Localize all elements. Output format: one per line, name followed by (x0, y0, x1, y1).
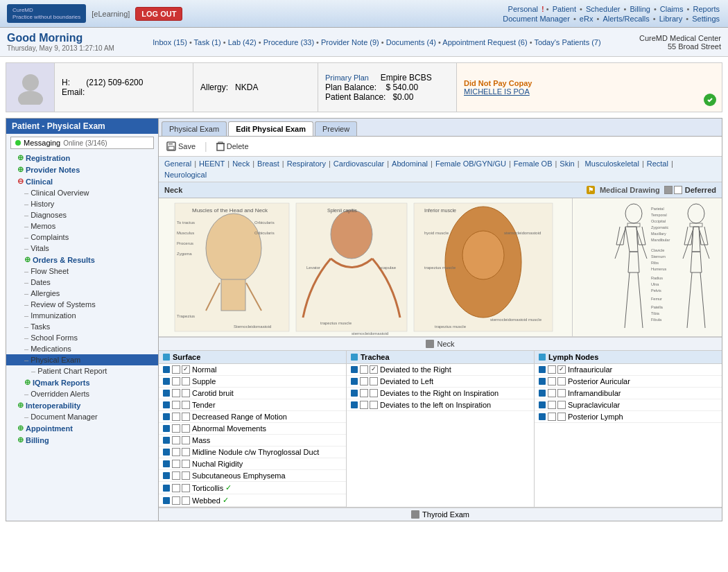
exam-nav-neurological[interactable]: Neurological (164, 171, 207, 179)
surface-carotid-cb2[interactable] (182, 389, 190, 397)
delete-button[interactable]: Delete (213, 139, 252, 153)
nav-patient[interactable]: Patient (553, 5, 576, 13)
surface-torticollis-cb1[interactable] (172, 484, 180, 492)
surface-supple-icon[interactable] (163, 378, 170, 385)
deferred-cb2[interactable] (674, 186, 682, 194)
lymph-supraclavicular-icon[interactable] (539, 401, 546, 408)
surface-nuchal-icon[interactable] (163, 460, 170, 467)
surface-decreased-cb2[interactable] (182, 413, 190, 421)
lymph-posterior-lymph-cb1[interactable] (548, 413, 556, 421)
exam-nav-neck[interactable]: Neck (232, 159, 250, 168)
lymph-inframandibular-cb2[interactable] (557, 389, 566, 397)
nav-alerts[interactable]: Alerts/Recalls (603, 15, 649, 23)
logout-button[interactable]: LOG OUT (135, 7, 182, 21)
sidebar-item-dates[interactable]: –Dates (6, 277, 158, 288)
lymph-infraauricular-cb2[interactable] (557, 365, 566, 374)
documents-link[interactable]: Documents (4) (386, 38, 436, 46)
trachea-left-cb1[interactable] (360, 377, 368, 385)
trachea-right-insp-cb1[interactable] (360, 389, 368, 397)
lymph-inframandibular-cb1[interactable] (548, 389, 556, 397)
surface-decreased-icon[interactable] (163, 413, 170, 420)
exam-nav-breast[interactable]: Breast (257, 159, 279, 168)
surface-midline-cb1[interactable] (172, 448, 180, 456)
appointment-request-link[interactable]: Appointment Request (6) (442, 38, 527, 46)
surface-tender-icon[interactable] (163, 401, 170, 408)
sidebar-item-diagnoses[interactable]: –Diagnoses (6, 209, 158, 220)
surface-normal-icon[interactable] (163, 366, 170, 373)
surface-webbed-cb2[interactable] (182, 496, 190, 505)
surface-normal-cb2[interactable] (182, 365, 190, 374)
surface-mass-icon[interactable] (163, 437, 170, 444)
trachea-left-cb2[interactable] (370, 377, 378, 385)
sidebar-item-clinical-overview[interactable]: –Clinical Overview (6, 187, 158, 198)
procedure-link[interactable]: Procedure (33) (263, 38, 314, 46)
sidebar-item-orders--results[interactable]: ⊕Orders & Results (6, 254, 158, 266)
messaging-button[interactable]: Messaging Online (3/146) (10, 137, 154, 149)
elearning-link[interactable]: [eLearning] (92, 10, 130, 18)
surface-webbed-icon[interactable] (163, 497, 170, 504)
sidebar-item-document-manager[interactable]: –Document Manager (6, 411, 158, 422)
lymph-posterior-cb1[interactable] (548, 377, 556, 385)
task-link[interactable]: Task (1) (194, 38, 221, 46)
lymph-supraclavicular-cb1[interactable] (548, 401, 556, 409)
lymph-posterior-lymph-icon[interactable] (539, 413, 546, 420)
surface-normal-cb1[interactable] (172, 365, 180, 374)
lymph-posterior-icon[interactable] (539, 378, 546, 385)
surface-torticollis-cb2[interactable] (182, 484, 190, 492)
sidebar-item-tasks[interactable]: –Tasks (6, 321, 158, 332)
sidebar-item-vitals[interactable]: –Vitals (6, 243, 158, 254)
surface-carotid-icon[interactable] (163, 390, 170, 397)
sidebar-item-provider-notes[interactable]: ⊕Provider Notes (6, 164, 158, 175)
surface-abnormal-cb1[interactable] (172, 424, 180, 433)
provider-note-link[interactable]: Provider Note (9) (321, 38, 379, 46)
nav-library[interactable]: Library (659, 15, 683, 23)
lymph-posterior-cb2[interactable] (557, 377, 566, 385)
surface-midline-icon[interactable] (163, 449, 170, 456)
exam-nav-cardiovascular[interactable]: Cardiovascular (333, 159, 384, 168)
lymph-infraauricular-cb1[interactable] (548, 365, 556, 374)
sidebar-item-school-forms[interactable]: –School Forms (6, 332, 158, 343)
surface-mass-cb1[interactable] (172, 436, 180, 444)
sidebar-item-physical-exam[interactable]: –Physical Exam (6, 354, 158, 365)
tab-physical-exam[interactable]: Physical Exam (162, 121, 227, 136)
surface-nuchal-cb2[interactable] (182, 460, 190, 468)
nav-erx[interactable]: eRx (580, 15, 593, 23)
tab-edit-physical-exam[interactable]: Edit Physical Exam (228, 121, 313, 136)
deferred-cb1[interactable] (664, 186, 673, 194)
nav-settings[interactable]: Settings (692, 15, 720, 23)
surface-torticollis-icon[interactable] (163, 485, 170, 492)
surface-supple-cb2[interactable] (182, 377, 190, 385)
trachea-right-insp-cb2[interactable] (370, 389, 378, 397)
surface-subq-icon[interactable] (163, 472, 170, 479)
lymph-infraauricular-icon[interactable] (539, 366, 546, 373)
trachea-right-cb2[interactable] (370, 365, 378, 374)
sidebar-item-review-of-systems[interactable]: –Review of Systems (6, 299, 158, 310)
exam-nav-femaleobjyngyn[interactable]: Female OB/GYN/GU (435, 159, 506, 168)
surface-nuchal-cb1[interactable] (172, 460, 180, 468)
trachea-right-insp-icon[interactable] (351, 390, 358, 397)
sidebar-item-flow-sheet[interactable]: –Flow Sheet (6, 266, 158, 277)
nav-reports[interactable]: Reports (693, 5, 720, 13)
surface-subq-cb2[interactable] (182, 471, 190, 480)
exam-nav-abdominal[interactable]: Abdominal (392, 159, 428, 168)
sidebar-item-immunization[interactable]: –Immunization (6, 310, 158, 321)
exam-nav-skin[interactable]: Skin (560, 159, 574, 168)
trachea-left-insp-cb2[interactable] (370, 401, 378, 409)
inbox-link[interactable]: Inbox (15) (153, 38, 187, 46)
sidebar-item-appointment[interactable]: ⊕Appointment (6, 422, 158, 434)
lab-link[interactable]: Lab (42) (228, 38, 257, 46)
lymph-inframandibular-icon[interactable] (539, 390, 546, 397)
tab-preview[interactable]: Preview (315, 121, 357, 136)
surface-tender-cb1[interactable] (172, 401, 180, 409)
lymph-posterior-lymph-cb2[interactable] (557, 413, 566, 421)
surface-subq-cb1[interactable] (172, 471, 180, 480)
copay-poa[interactable]: MICHELLE IS POA (464, 87, 715, 96)
sidebar-item-medications[interactable]: –Medications (6, 343, 158, 354)
sidebar-item-complaints[interactable]: –Complaints (6, 232, 158, 243)
lymph-supraclavicular-cb2[interactable] (557, 401, 566, 409)
surface-midline-cb2[interactable] (182, 448, 190, 456)
save-button[interactable]: Save (163, 139, 199, 153)
exam-nav-heent[interactable]: HEENT (199, 159, 225, 168)
sidebar-item-overridden-alerts[interactable]: –Overridden Alerts (6, 388, 158, 399)
trachea-left-icon[interactable] (351, 378, 358, 385)
